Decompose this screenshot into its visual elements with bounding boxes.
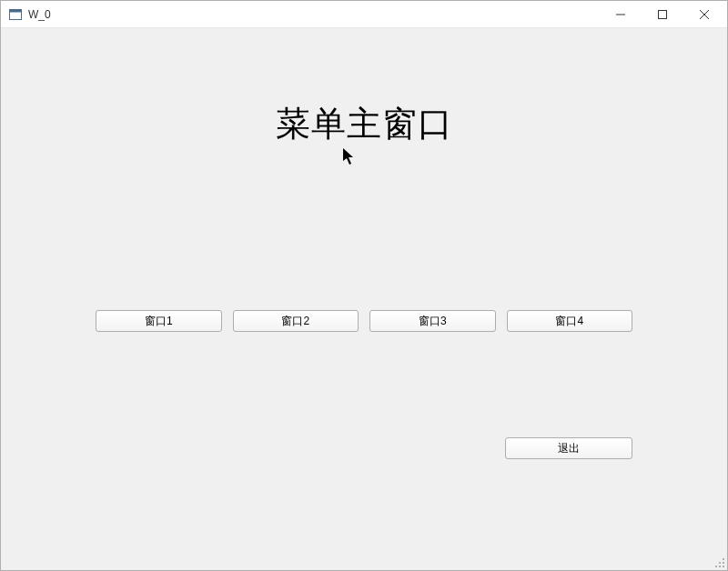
svg-point-6 [723,558,724,560]
maximize-button[interactable] [642,1,683,27]
svg-point-11 [723,566,724,567]
window-button-row: 窗口1 窗口2 窗口3 窗口4 [96,310,632,332]
window1-button[interactable]: 窗口1 [96,310,222,332]
svg-rect-3 [659,10,667,18]
window2-button[interactable]: 窗口2 [233,310,359,332]
window3-button[interactable]: 窗口3 [369,310,496,332]
resize-grip-icon[interactable] [711,554,725,568]
svg-point-9 [715,566,717,567]
svg-point-10 [719,566,721,567]
close-button[interactable] [683,1,725,27]
app-window: W_0 菜单主窗口 窗口1 窗口2 窗口3 窗口4 退出 [0,0,728,571]
titlebar: W_0 [1,1,727,28]
window4-button[interactable]: 窗口4 [507,310,633,332]
svg-point-8 [723,562,724,564]
minimize-button[interactable] [600,1,642,27]
exit-button[interactable]: 退出 [505,437,632,459]
main-heading: 菜单主窗口 [1,101,727,147]
svg-rect-1 [10,9,22,12]
app-icon [8,7,23,22]
window-title: W_0 [28,8,51,21]
svg-point-7 [719,562,721,564]
titlebar-controls [600,1,725,27]
client-area: 菜单主窗口 窗口1 窗口2 窗口3 窗口4 退出 [1,28,727,570]
cursor-icon [343,148,356,170]
